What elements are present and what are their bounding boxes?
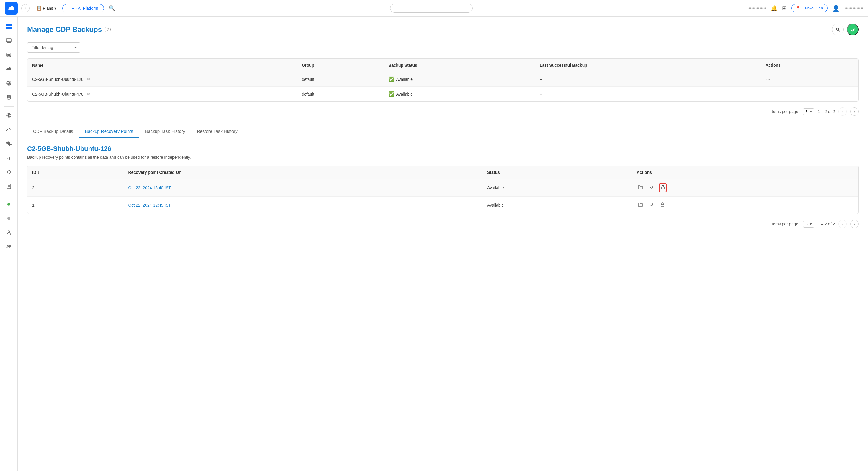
sidebar-item-storage[interactable] <box>2 49 16 61</box>
plans-menu[interactable]: 📋 Plans ▾ <box>33 4 60 12</box>
backups-pagination: Items per page: 5 1 – 2 of 2 ‹ › <box>27 105 859 118</box>
items-per-page-select[interactable]: 5 <box>803 108 814 115</box>
tab-backup-task-history[interactable]: Backup Task History <box>139 125 191 138</box>
header-refresh-btn[interactable] <box>847 24 859 35</box>
folder-icon-1[interactable] <box>637 201 644 210</box>
tab-backup-recovery-points[interactable]: Backup Recovery Points <box>79 125 139 138</box>
recovery-date-link-1[interactable]: Oct 22, 2024 12:45 IST <box>128 203 171 208</box>
backup-status-cell: ✅ Available <box>384 87 535 101</box>
recovery-header-row: ID ↓ Recovery point Created On Status Ac… <box>27 166 858 179</box>
page-next-btn[interactable]: › <box>850 107 859 116</box>
location-icon: 📍 <box>796 6 800 10</box>
recovery-date-link-0[interactable]: Oct 22, 2024 15:40 IST <box>128 185 171 190</box>
col-actions: Actions <box>632 166 858 179</box>
folder-icon-0[interactable] <box>637 183 644 192</box>
more-actions-btn-0[interactable]: ··· <box>766 76 771 82</box>
svg-point-20 <box>9 245 11 247</box>
sidebar-item-settings[interactable] <box>2 137 16 150</box>
col-name: Name <box>27 59 297 72</box>
backup-name-cell: C2-5GB-Shubh-Ubuntu-126 ✏ <box>27 72 297 87</box>
svg-rect-1 <box>9 24 11 26</box>
tab-restore-task-history[interactable]: Restore Task History <box>191 125 244 138</box>
col-actions: Actions <box>761 59 858 72</box>
sidebar-item-dot-green <box>2 198 16 211</box>
recovery-actions-cell-1 <box>632 196 858 214</box>
sidebar-item-docs[interactable] <box>2 180 16 193</box>
navbar: » 📋 Plans ▾ TIR · AI Platform 🔍 ••••••••… <box>0 0 868 17</box>
backup-group-cell: default <box>297 72 383 87</box>
header-search-btn[interactable] <box>832 24 844 35</box>
page-prev-btn[interactable]: ‹ <box>838 107 847 116</box>
recovery-section-desc: Backup recovery points contains all the … <box>27 155 859 160</box>
page-header: Manage CDP Backups ? <box>27 24 859 35</box>
sidebar-toggle-btn[interactable]: » <box>21 4 30 12</box>
sidebar-item-cloud[interactable] <box>2 63 16 75</box>
region-selector-btn[interactable]: 📍 Delhi-NCR ▾ <box>791 4 828 12</box>
recovery-items-per-page-label: Items per page: <box>771 222 799 226</box>
main-content: Manage CDP Backups ? Filter by tag Name … <box>18 17 868 471</box>
help-icon[interactable]: ? <box>105 27 111 32</box>
recovery-page-prev-btn[interactable]: ‹ <box>838 220 847 228</box>
restore-icon-0[interactable] <box>648 183 655 192</box>
restore-icon-1[interactable] <box>648 201 655 210</box>
svg-point-7 <box>7 53 11 55</box>
navbar-center-input[interactable] <box>390 4 473 13</box>
recovery-page-next-btn[interactable]: › <box>850 220 859 228</box>
sidebar-item-dot-gray <box>2 212 16 225</box>
account-email: •••••••••••••• <box>747 6 766 10</box>
page-info: 1 – 2 of 2 <box>818 109 835 114</box>
apps-grid-icon[interactable]: ⊞ <box>782 5 786 11</box>
backups-table: Name Group Backup Status Last Successful… <box>27 59 858 101</box>
sidebar-item-api[interactable]: {} <box>2 151 16 164</box>
status-check-icon: ✅ <box>389 76 395 82</box>
svg-point-23 <box>836 28 839 30</box>
filter-by-tag-select[interactable]: Filter by tag <box>27 42 80 53</box>
sidebar-item-databases[interactable] <box>2 91 16 104</box>
sidebar-item-monitoring[interactable] <box>2 123 16 136</box>
recovery-section-title: C2-5GB-Shubh-Ubuntu-126 <box>27 145 859 153</box>
edit-icon[interactable]: ✏ <box>87 92 91 96</box>
sidebar-item-targets[interactable] <box>2 109 16 122</box>
recovery-section: C2-5GB-Shubh-Ubuntu-126 Backup recovery … <box>27 145 859 230</box>
recovery-table: ID ↓ Recovery point Created On Status Ac… <box>27 166 858 214</box>
backup-group-cell: default <box>297 87 383 101</box>
col-status: Status <box>483 166 632 179</box>
region-chevron-icon: ▾ <box>821 6 823 10</box>
backups-table-header-row: Name Group Backup Status Last Successful… <box>27 59 858 72</box>
col-last-backup: Last Successful Backup <box>535 59 761 72</box>
user-account-icon[interactable]: 👤 <box>832 5 840 12</box>
col-id[interactable]: ID ↓ <box>27 166 123 179</box>
backup-last-cell: -- <box>535 72 761 87</box>
notification-bell-icon[interactable]: 🔔 <box>771 5 777 11</box>
header-actions <box>832 24 859 35</box>
status-check-icon: ✅ <box>389 91 395 97</box>
navbar-right: •••••••••••••• 🔔 ⊞ 📍 Delhi-NCR ▾ 👤 •••••… <box>747 4 863 12</box>
svg-point-13 <box>8 115 9 116</box>
backups-table-wrapper: Name Group Backup Status Last Successful… <box>27 58 859 101</box>
lock-icon-0[interactable] <box>659 183 666 192</box>
svg-rect-4 <box>6 39 11 42</box>
sidebar-item-account[interactable] <box>2 226 16 239</box>
sidebar-item-team[interactable] <box>2 240 16 253</box>
recovery-items-per-page-select[interactable]: 5 <box>803 221 814 227</box>
tab-cdp-backup-details[interactable]: CDP Backup Details <box>27 125 79 138</box>
sidebar-item-dashboard[interactable] <box>2 20 16 33</box>
backup-status-cell: ✅ Available <box>384 72 535 87</box>
edit-icon[interactable]: ✏ <box>87 77 91 82</box>
logo[interactable] <box>5 2 18 15</box>
sidebar-item-git[interactable] <box>2 165 16 179</box>
sidebar-item-compute[interactable] <box>2 34 16 47</box>
lock-icon-1[interactable] <box>659 201 666 209</box>
sidebar-item-network[interactable] <box>2 77 16 90</box>
recovery-pagination: Items per page: 5 1 – 2 of 2 ‹ › <box>27 218 859 230</box>
table-row: 1 Oct 22, 2024 12:45 IST Available <box>27 196 858 214</box>
tir-platform-btn[interactable]: TIR · AI Platform <box>62 4 104 12</box>
col-backup-status: Backup Status <box>384 59 535 72</box>
plans-icon: 📋 <box>37 6 42 11</box>
filter-bar: Filter by tag <box>27 42 859 53</box>
tabs-section: CDP Backup Details Backup Recovery Point… <box>27 125 859 138</box>
svg-rect-2 <box>6 27 8 29</box>
svg-point-18 <box>8 231 10 232</box>
navbar-search-icon[interactable]: 🔍 <box>108 5 115 11</box>
more-actions-btn-1[interactable]: ··· <box>766 91 771 97</box>
